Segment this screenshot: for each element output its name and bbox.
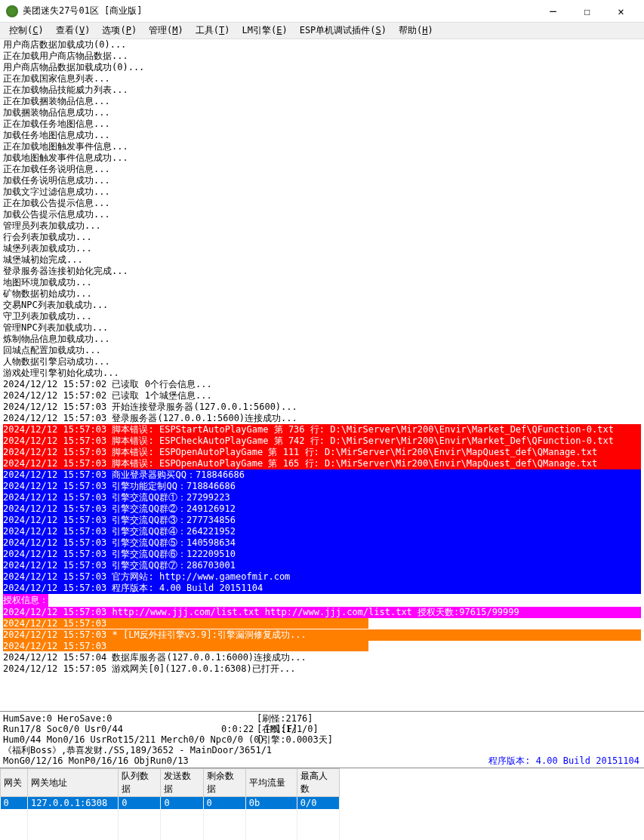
menu-lm-engine[interactable]: LM引擎(E) xyxy=(236,23,294,38)
log-line: 2024/12/12 15:57:03 引擎交流QQ群③：277734856 xyxy=(3,515,641,526)
log-line: 2024/12/12 15:57:02 已读取 0个行会信息... xyxy=(3,379,641,390)
log-line: 2024/12/12 15:57:03 引擎交流QQ群⑥：122209510 xyxy=(3,549,641,560)
menu-options[interactable]: 选项(P) xyxy=(96,23,143,38)
log-line: 管理员列表加载成功... xyxy=(3,220,641,232)
close-button[interactable]: ✕ xyxy=(604,1,638,22)
cell-gateway: 0 xyxy=(1,797,28,810)
status-bar: HumSave:0 HeroSave:0 Run17/8 Soc0/0 Usr0… xyxy=(0,711,644,768)
window-titlebar: 美团迷失27号01区 [商业版] ─ ☐ ✕ xyxy=(0,0,644,23)
app-icon xyxy=(6,5,18,17)
menu-tools[interactable]: 工具(T) xyxy=(190,23,236,38)
gateway-table-area: 网关 网关地址 队列数据 发送数据 剩余数据 平均流量 最高人数 0 127.0… xyxy=(0,768,644,840)
status-hum: Hum0/44 Mon0/16 UsrRot15/211 Merch0/0 Np… xyxy=(3,734,297,745)
table-row xyxy=(1,809,340,820)
log-line: 管理NPC列表加载成功... xyxy=(3,322,641,334)
log-line: 2024/12/12 15:57:03 引擎交流QQ群②：249126912 xyxy=(3,503,641,515)
cell-remain: 0 xyxy=(203,797,245,810)
log-line: 加载任务地图信息成功... xyxy=(3,130,641,141)
cell-address: 127.0.0.1:6308 xyxy=(28,797,119,810)
log-line: 2024/12/12 15:57:03 xyxy=(3,618,641,629)
log-line: 游戏处理引擎初始化成功... xyxy=(3,368,641,379)
th-max[interactable]: 最高人数 xyxy=(297,769,339,797)
log-line: 2024/12/12 15:57:03 http://www.jjj.com/l… xyxy=(3,607,641,618)
log-line: 加载任务说明信息成功... xyxy=(3,175,641,186)
log-line: 城堡列表加载成功... xyxy=(3,243,641,254)
status-boss: 《福利Boss》,恭喜发财./SS,189/3652 - MainDoor/36… xyxy=(3,745,297,755)
log-line: 2024/12/12 15:57:03 引擎交流QQ群⑤：140598634 xyxy=(3,537,641,549)
table-row[interactable]: 0 127.0.0.1:6308 0 0 0 0b 0/0 xyxy=(1,797,340,810)
log-panel[interactable]: 用户商店数据加载成功(0)...正在加载用户商店物品数据...用户商店物品数据加… xyxy=(0,39,644,711)
log-line: 地图环境加载成功... xyxy=(3,277,641,288)
cell-avg: 0b xyxy=(245,797,297,810)
menu-help[interactable]: 帮助(H) xyxy=(393,23,439,38)
status-humsave: HumSave:0 HeroSave:0 xyxy=(3,713,297,724)
log-line: 正在加载公告提示信息... xyxy=(3,198,641,209)
log-line: 回城点配置加载成功... xyxy=(3,345,641,356)
log-line: 用户商店物品数据加载成功(0)... xyxy=(3,62,641,73)
log-line: 2024/12/12 15:57:03 登录服务器(127.0.0.1:5600… xyxy=(3,413,641,424)
log-line: 加载文字过滤信息成功... xyxy=(3,186,641,198)
log-line: 守卫列表加载成功... xyxy=(3,311,641,322)
log-line: 人物数据引擎启动成功... xyxy=(3,356,641,368)
th-queue[interactable]: 队列数据 xyxy=(119,769,161,797)
th-gateway[interactable]: 网关 xyxy=(1,769,28,797)
menu-bar: 控制(C) 查看(V) 选项(P) 管理(M) 工具(T) LM引擎(E) ES… xyxy=(0,23,644,39)
th-send[interactable]: 发送数据 xyxy=(161,769,203,797)
table-row xyxy=(1,830,340,840)
gateway-table[interactable]: 网关 网关地址 队列数据 发送数据 剩余数据 平均流量 最高人数 0 127.0… xyxy=(0,768,340,840)
log-line: 2024/12/12 15:57:03 开始连接登录服务器(127.0.0.1:… xyxy=(3,402,641,413)
log-line: 交易NPC列表加载成功... xyxy=(3,300,641,311)
log-line: 登录服务器连接初始化完成... xyxy=(3,266,641,277)
log-line: 2024/12/12 15:57:05 游戏网关[0](127.0.0.1:63… xyxy=(3,663,641,675)
log-line: 正在加载任务地图信息... xyxy=(3,118,641,130)
log-line: 2024/12/12 15:57:03 引擎交流QQ群④：264221952 xyxy=(3,526,641,537)
log-line: 授权信息： xyxy=(3,594,641,607)
log-line: 2024/12/12 15:57:04 数据库服务器(127.0.0.1:600… xyxy=(3,652,641,663)
menu-view[interactable]: 查看(V) xyxy=(50,23,97,38)
log-line: 正在加载地图触发事件信息... xyxy=(3,141,641,152)
cell-send: 0 xyxy=(161,797,203,810)
status-online: [在线:1/1/0] xyxy=(257,724,333,734)
th-address[interactable]: 网关地址 xyxy=(28,769,119,797)
log-line: 正在加载国家信息列表... xyxy=(3,73,641,85)
log-line: 2024/12/12 15:57:03 引擎功能定制QQ：718846686 xyxy=(3,481,641,492)
menu-manage[interactable]: 管理(M) xyxy=(143,23,190,38)
log-line: 2024/12/12 15:57:03 脚本错误: ESPStartAutoPl… xyxy=(3,424,641,435)
log-line: 炼制物品信息加载成功... xyxy=(3,334,641,345)
cell-queue: 0 xyxy=(119,797,161,810)
log-line: 2024/12/12 15:57:03 脚本错误: ESPOpenAutoPla… xyxy=(3,447,641,458)
window-title: 美团迷失27号01区 [商业版] xyxy=(23,5,536,17)
status-spawn: [刷怪:2176] xyxy=(257,713,333,724)
log-line: 加载地图触发事件信息成功... xyxy=(3,152,641,164)
log-line: 行会列表加载成功... xyxy=(3,232,641,243)
table-header-row: 网关 网关地址 队列数据 发送数据 剩余数据 平均流量 最高人数 xyxy=(1,769,340,797)
log-line: 2024/12/12 15:57:03 引擎交流QQ群⑦：286703001 xyxy=(3,560,641,571)
menu-esp-debug[interactable]: ESP单机调试插件(S) xyxy=(294,23,393,38)
th-remain[interactable]: 剩余数据 xyxy=(203,769,245,797)
log-line: 正在加载任务说明信息... xyxy=(3,164,641,175)
log-line: 2024/12/12 15:57:03 引擎交流QQ群①：27299223 xyxy=(3,492,641,503)
status-version: 程序版本: 4.00 Build 20151104 xyxy=(488,755,639,766)
log-line: 加载捆装物品信息成功... xyxy=(3,107,641,118)
log-line: 正在加载用户商店物品数据... xyxy=(3,51,641,62)
log-line: 2024/12/12 15:57:03 * [LM反外挂引擎v3.9]:引擎漏洞… xyxy=(3,629,641,641)
table-row xyxy=(1,820,340,830)
log-line: 2024/12/12 15:57:03 脚本错误: ESPOpenAutoPla… xyxy=(3,458,641,469)
log-line: 2024/12/12 15:57:03 xyxy=(3,641,641,652)
menu-control[interactable]: 控制(C) xyxy=(3,23,50,38)
cell-max: 0/0 xyxy=(297,797,339,810)
minimize-button[interactable]: ─ xyxy=(536,1,570,22)
th-avg[interactable]: 平均流量 xyxy=(245,769,297,797)
log-line: 城堡城初始完成... xyxy=(3,254,641,266)
maximize-button[interactable]: ☐ xyxy=(570,1,604,22)
log-line: 2024/12/12 15:57:02 已读取 1个城堡信息... xyxy=(3,390,641,402)
log-line: 2024/12/12 15:57:03 商业登录器购买QQ：718846686 xyxy=(3,469,641,481)
log-line: 用户商店数据加载成功(0)... xyxy=(3,39,641,51)
log-line: 正在加载物品技能威力列表... xyxy=(3,85,641,96)
log-line: 2024/12/12 15:57:03 官方网站: http://www.gam… xyxy=(3,571,641,583)
status-mong: MonG0/12/16 MonP0/16/16 ObjRun0/13 xyxy=(3,755,297,766)
log-line: 2024/12/12 15:57:03 脚本错误: ESPCheckAutoPl… xyxy=(3,435,641,447)
log-line: 加载公告提示信息成功... xyxy=(3,209,641,220)
log-line: 2024/12/12 15:57:03 程序版本: 4.00 Build 201… xyxy=(3,583,641,594)
status-run: Run17/8 Soc0/0 Usr0/44 0:0:22 [M][F] xyxy=(3,724,297,734)
